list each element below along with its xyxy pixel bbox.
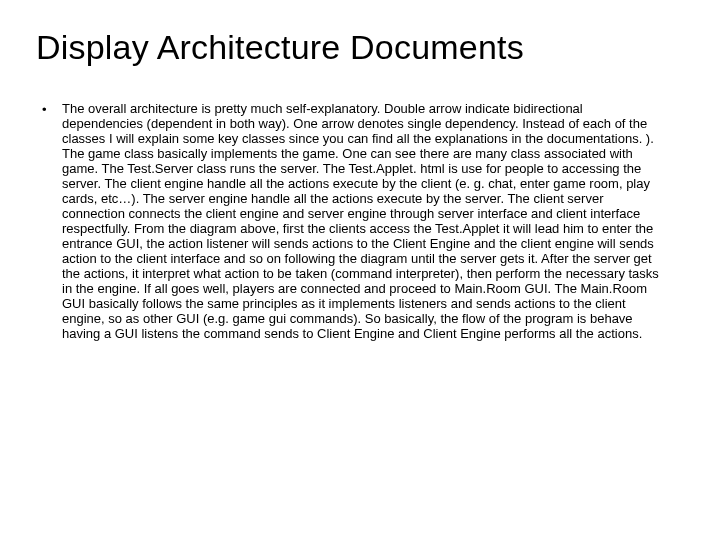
bullet-glyph: • bbox=[42, 101, 62, 117]
body-text: The overall architecture is pretty much … bbox=[62, 101, 662, 341]
slide-title: Display Architecture Documents bbox=[36, 28, 684, 67]
slide-container: Display Architecture Documents • The ove… bbox=[0, 0, 720, 540]
body-row: • The overall architecture is pretty muc… bbox=[36, 101, 684, 341]
